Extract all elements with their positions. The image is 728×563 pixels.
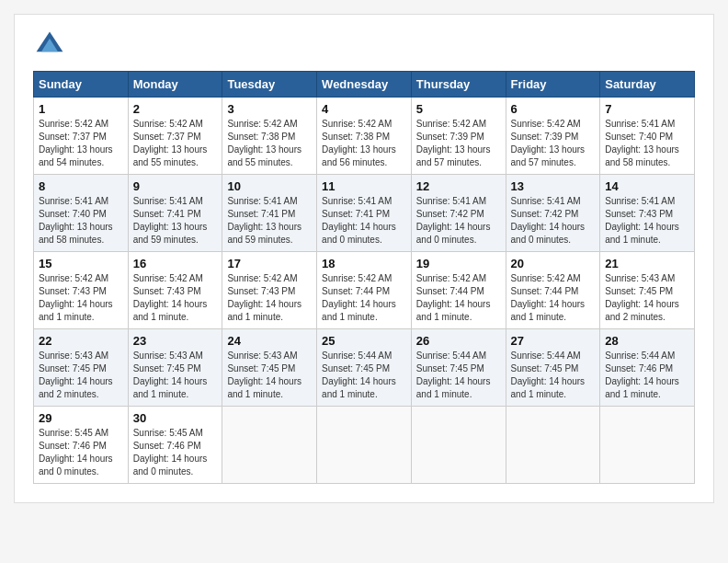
header-row: SundayMondayTuesdayWednesdayThursdayFrid… (34, 72, 695, 98)
day-number: 25 (322, 334, 406, 348)
calendar-cell (411, 407, 506, 484)
day-number: 14 (605, 179, 689, 193)
day-number: 9 (133, 179, 218, 193)
day-info: Sunrise: 5:45 AM Sunset: 7:46 PM Dayligh… (133, 427, 218, 478)
day-number: 24 (227, 334, 312, 348)
header-cell-monday: Monday (128, 72, 222, 98)
calendar-cell: 10Sunrise: 5:41 AM Sunset: 7:41 PM Dayli… (222, 175, 317, 252)
day-number: 2 (133, 102, 218, 116)
calendar-cell (317, 407, 412, 484)
day-info: Sunrise: 5:42 AM Sunset: 7:43 PM Dayligh… (227, 272, 312, 324)
day-number: 7 (605, 102, 689, 116)
day-info: Sunrise: 5:42 AM Sunset: 7:43 PM Dayligh… (39, 272, 123, 324)
day-number: 19 (416, 257, 501, 270)
day-info: Sunrise: 5:41 AM Sunset: 7:42 PM Dayligh… (511, 195, 596, 247)
day-info: Sunrise: 5:41 AM Sunset: 7:40 PM Dayligh… (39, 195, 123, 247)
day-number: 12 (416, 179, 501, 193)
day-info: Sunrise: 5:42 AM Sunset: 7:44 PM Dayligh… (511, 272, 596, 324)
calendar-cell: 17Sunrise: 5:42 AM Sunset: 7:43 PM Dayli… (222, 252, 317, 329)
calendar-cell (600, 407, 695, 484)
calendar-cell: 25Sunrise: 5:44 AM Sunset: 7:45 PM Dayli… (317, 329, 412, 407)
day-info: Sunrise: 5:45 AM Sunset: 7:46 PM Dayligh… (39, 427, 123, 478)
calendar-cell: 6Sunrise: 5:42 AM Sunset: 7:39 PM Daylig… (506, 98, 600, 175)
day-info: Sunrise: 5:42 AM Sunset: 7:39 PM Dayligh… (416, 118, 501, 169)
calendar-cell: 16Sunrise: 5:42 AM Sunset: 7:43 PM Dayli… (128, 252, 222, 329)
day-info: Sunrise: 5:41 AM Sunset: 7:43 PM Dayligh… (605, 195, 689, 247)
day-number: 4 (322, 102, 406, 116)
day-number: 10 (227, 179, 312, 193)
calendar-cell: 22Sunrise: 5:43 AM Sunset: 7:45 PM Dayli… (34, 329, 129, 407)
day-info: Sunrise: 5:43 AM Sunset: 7:45 PM Dayligh… (227, 350, 312, 401)
calendar-cell (506, 407, 600, 484)
day-number: 1 (39, 102, 123, 116)
calendar-cell: 30Sunrise: 5:45 AM Sunset: 7:46 PM Dayli… (128, 407, 222, 484)
calendar-cell: 12Sunrise: 5:41 AM Sunset: 7:42 PM Dayli… (411, 175, 506, 252)
calendar-cell (222, 407, 317, 484)
day-info: Sunrise: 5:41 AM Sunset: 7:41 PM Dayligh… (227, 195, 312, 247)
day-info: Sunrise: 5:42 AM Sunset: 7:37 PM Dayligh… (39, 118, 123, 169)
day-number: 13 (511, 179, 596, 193)
calendar-cell: 29Sunrise: 5:45 AM Sunset: 7:46 PM Dayli… (34, 407, 129, 484)
calendar-header: SundayMondayTuesdayWednesdayThursdayFrid… (34, 72, 695, 98)
logo-icon (33, 29, 66, 62)
calendar-week-5: 29Sunrise: 5:45 AM Sunset: 7:46 PM Dayli… (34, 407, 695, 484)
header-cell-friday: Friday (506, 72, 600, 98)
day-info: Sunrise: 5:44 AM Sunset: 7:46 PM Dayligh… (605, 350, 689, 401)
day-number: 15 (39, 257, 123, 270)
day-info: Sunrise: 5:42 AM Sunset: 7:39 PM Dayligh… (511, 118, 596, 169)
day-number: 26 (416, 334, 501, 348)
day-number: 16 (133, 257, 218, 270)
day-info: Sunrise: 5:43 AM Sunset: 7:45 PM Dayligh… (39, 350, 123, 401)
logo (33, 29, 71, 62)
calendar-cell: 18Sunrise: 5:42 AM Sunset: 7:44 PM Dayli… (317, 252, 412, 329)
day-number: 27 (511, 334, 596, 348)
day-number: 20 (511, 257, 596, 270)
header-cell-wednesday: Wednesday (317, 72, 412, 98)
header-cell-tuesday: Tuesday (222, 72, 317, 98)
day-info: Sunrise: 5:42 AM Sunset: 7:38 PM Dayligh… (227, 118, 312, 169)
calendar-cell: 13Sunrise: 5:41 AM Sunset: 7:42 PM Dayli… (506, 175, 600, 252)
calendar-week-2: 8Sunrise: 5:41 AM Sunset: 7:40 PM Daylig… (34, 175, 695, 252)
calendar-week-1: 1Sunrise: 5:42 AM Sunset: 7:37 PM Daylig… (34, 98, 695, 175)
calendar-cell: 3Sunrise: 5:42 AM Sunset: 7:38 PM Daylig… (222, 98, 317, 175)
day-number: 5 (416, 102, 501, 116)
day-number: 21 (605, 257, 689, 270)
day-number: 17 (227, 257, 312, 270)
day-number: 6 (511, 102, 596, 116)
calendar-cell: 15Sunrise: 5:42 AM Sunset: 7:43 PM Dayli… (34, 252, 129, 329)
day-number: 30 (133, 411, 218, 425)
day-number: 8 (39, 179, 123, 193)
day-info: Sunrise: 5:44 AM Sunset: 7:45 PM Dayligh… (416, 350, 501, 401)
day-number: 23 (133, 334, 218, 348)
day-number: 11 (322, 179, 406, 193)
calendar-cell: 28Sunrise: 5:44 AM Sunset: 7:46 PM Dayli… (600, 329, 695, 407)
calendar-cell: 1Sunrise: 5:42 AM Sunset: 7:37 PM Daylig… (34, 98, 129, 175)
day-info: Sunrise: 5:43 AM Sunset: 7:45 PM Dayligh… (605, 272, 689, 324)
day-number: 3 (227, 102, 312, 116)
calendar-cell: 8Sunrise: 5:41 AM Sunset: 7:40 PM Daylig… (34, 175, 129, 252)
calendar-cell: 20Sunrise: 5:42 AM Sunset: 7:44 PM Dayli… (506, 252, 600, 329)
day-info: Sunrise: 5:41 AM Sunset: 7:42 PM Dayligh… (416, 195, 501, 247)
day-number: 29 (39, 411, 123, 425)
calendar-cell: 11Sunrise: 5:41 AM Sunset: 7:41 PM Dayli… (317, 175, 412, 252)
day-info: Sunrise: 5:41 AM Sunset: 7:41 PM Dayligh… (322, 195, 406, 247)
calendar-cell: 24Sunrise: 5:43 AM Sunset: 7:45 PM Dayli… (222, 329, 317, 407)
day-info: Sunrise: 5:42 AM Sunset: 7:37 PM Dayligh… (133, 118, 218, 169)
header-cell-thursday: Thursday (411, 72, 506, 98)
day-info: Sunrise: 5:44 AM Sunset: 7:45 PM Dayligh… (511, 350, 596, 401)
day-info: Sunrise: 5:43 AM Sunset: 7:45 PM Dayligh… (133, 350, 218, 401)
header-cell-sunday: Sunday (34, 72, 129, 98)
calendar-cell: 21Sunrise: 5:43 AM Sunset: 7:45 PM Dayli… (600, 252, 695, 329)
header (33, 29, 695, 62)
calendar-cell: 26Sunrise: 5:44 AM Sunset: 7:45 PM Dayli… (411, 329, 506, 407)
day-info: Sunrise: 5:41 AM Sunset: 7:40 PM Dayligh… (605, 118, 689, 169)
calendar-cell: 19Sunrise: 5:42 AM Sunset: 7:44 PM Dayli… (411, 252, 506, 329)
calendar-cell: 9Sunrise: 5:41 AM Sunset: 7:41 PM Daylig… (128, 175, 222, 252)
day-number: 28 (605, 334, 689, 348)
calendar-cell: 2Sunrise: 5:42 AM Sunset: 7:37 PM Daylig… (128, 98, 222, 175)
calendar-week-4: 22Sunrise: 5:43 AM Sunset: 7:45 PM Dayli… (34, 329, 695, 407)
calendar-cell: 4Sunrise: 5:42 AM Sunset: 7:38 PM Daylig… (317, 98, 412, 175)
day-number: 18 (322, 257, 406, 270)
day-number: 22 (39, 334, 123, 348)
header-cell-saturday: Saturday (600, 72, 695, 98)
